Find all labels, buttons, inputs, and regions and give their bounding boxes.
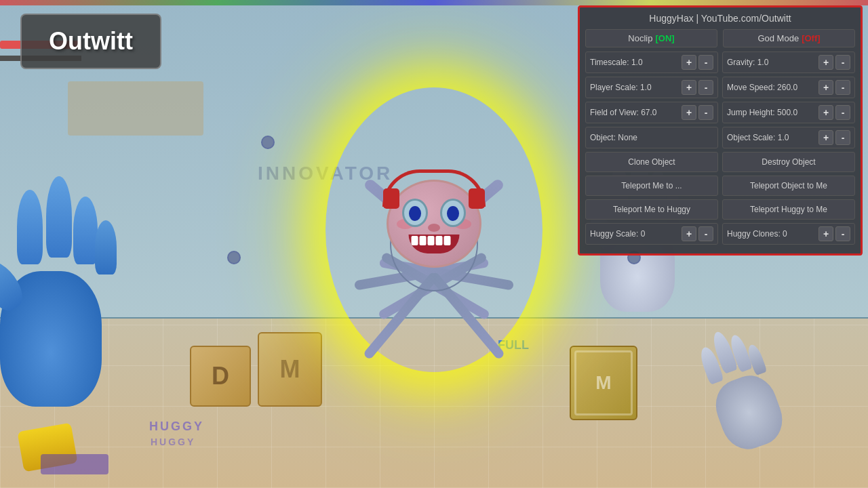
godmode-label: God Mode — [757, 33, 799, 43]
object-scale-minus[interactable]: - — [835, 130, 850, 145]
player-scale-plus[interactable]: + — [682, 80, 696, 95]
huggy-sign2: HUGGY — [151, 436, 195, 447]
fov-item: Field of View: 67.0 + - — [585, 102, 718, 123]
menu-title: HuggyHax | YouTube.com/Outwitt — [585, 13, 855, 24]
godmode-status: [Off] — [802, 33, 820, 43]
menu-panel: HuggyHax | YouTube.com/Outwitt Noclip [O… — [578, 5, 863, 256]
move-speed-plus[interactable]: + — [818, 80, 833, 95]
timescale-gravity-row: Timescale: 1.0 + - Gravity: 1.0 + - — [585, 52, 855, 73]
huggy-scale-label: Huggy Scale: 0 — [590, 229, 679, 239]
username-text: Outwitt — [49, 27, 133, 55]
teleport-object-button[interactable]: Teleport Object to Me — [722, 176, 855, 196]
game-scene: INNOVATOR D M M HUGGY HUGGY FULL — [0, 0, 868, 488]
jump-height-item: Jump Height: 500.0 + - — [722, 102, 855, 123]
blue-hand — [0, 210, 136, 407]
jump-height-label: Jump Height: 500.0 — [727, 108, 816, 117]
toggle-row: Noclip [ON] God Mode [Off] — [585, 29, 855, 47]
timescale-plus[interactable]: + — [682, 55, 696, 70]
timescale-item: Timescale: 1.0 + - — [585, 52, 718, 73]
gravity-label: Gravity: 1.0 — [727, 58, 816, 67]
object-scale-label: Object Scale: 1.0 — [727, 133, 816, 142]
huggy-scale-item: Huggy Scale: 0 + - — [585, 223, 718, 245]
move-speed-minus[interactable]: - — [835, 80, 850, 95]
gravity-item: Gravity: 1.0 + - — [722, 52, 855, 73]
huggy-scale-plus[interactable]: + — [682, 226, 696, 241]
huggy-clones-plus[interactable]: + — [818, 226, 833, 241]
player-scale-label: Player Scale: 1.0 — [590, 83, 679, 92]
username-overlay: Outwitt — [20, 14, 161, 69]
huggy-scale-minus[interactable]: - — [698, 226, 713, 241]
player-scale-minus[interactable]: - — [698, 80, 713, 95]
block-m2: M — [570, 346, 637, 420]
move-speed-label: Move Speed: 260.0 — [727, 83, 816, 92]
gravity-plus[interactable]: + — [818, 55, 833, 70]
noclip-label: Noclip — [628, 33, 652, 43]
block-m: M — [258, 332, 322, 407]
fov-minus[interactable]: - — [698, 105, 713, 120]
scale-speed-row: Player Scale: 1.0 + - Move Speed: 260.0 … — [585, 77, 855, 98]
purple-toy — [41, 454, 108, 474]
move-speed-item: Move Speed: 260.0 + - — [722, 77, 855, 98]
noclip-status: [ON] — [655, 33, 674, 43]
object-label: Object: None — [590, 133, 713, 142]
teleport-me-huggy-button[interactable]: Teleport Me to Huggy — [585, 199, 718, 220]
noclip-toggle[interactable]: Noclip [ON] — [585, 29, 717, 47]
teleport-row2: Teleport Me to Huggy Teleport Huggy to M… — [585, 199, 855, 220]
jump-height-minus[interactable]: - — [835, 105, 850, 120]
huggy-clones-item: Huggy Clones: 0 + - — [722, 223, 855, 245]
fov-jump-row: Field of View: 67.0 + - Jump Height: 500… — [585, 102, 855, 123]
timescale-minus[interactable]: - — [698, 55, 713, 70]
huggy-controls-row: Huggy Scale: 0 + - Huggy Clones: 0 + - — [585, 223, 855, 245]
huggy-sign: HUGGY — [149, 420, 204, 434]
jump-height-plus[interactable]: + — [818, 105, 833, 120]
fov-plus[interactable]: + — [682, 105, 696, 120]
object-scale-item: Object Scale: 1.0 + - — [722, 127, 855, 148]
huggy-clones-minus[interactable]: - — [835, 226, 850, 241]
clone-destroy-row: Clone Object Destroy Object — [585, 152, 855, 172]
wall-stripe-top — [0, 0, 868, 5]
object-item: Object: None — [585, 127, 718, 148]
godmode-toggle[interactable]: God Mode [Off] — [723, 29, 855, 47]
teleport-row1: Teleport Me to ... Teleport Object to Me — [585, 176, 855, 196]
player-scale-item: Player Scale: 1.0 + - — [585, 77, 718, 98]
object-row: Object: None Object Scale: 1.0 + - — [585, 127, 855, 148]
gravity-minus[interactable]: - — [835, 55, 850, 70]
fov-label: Field of View: 67.0 — [590, 108, 679, 117]
destroy-object-button[interactable]: Destroy Object — [722, 152, 855, 172]
block-d: D — [190, 346, 251, 407]
timescale-label: Timescale: 1.0 — [590, 58, 679, 67]
huggy-clones-label: Huggy Clones: 0 — [727, 229, 816, 239]
object-scale-plus[interactable]: + — [818, 130, 833, 145]
shelf-bg — [68, 81, 203, 136]
clone-object-button[interactable]: Clone Object — [585, 152, 718, 172]
teleport-huggy-me-button[interactable]: Teleport Huggy to Me — [722, 199, 855, 220]
teleport-me-button[interactable]: Teleport Me to ... — [585, 176, 718, 196]
